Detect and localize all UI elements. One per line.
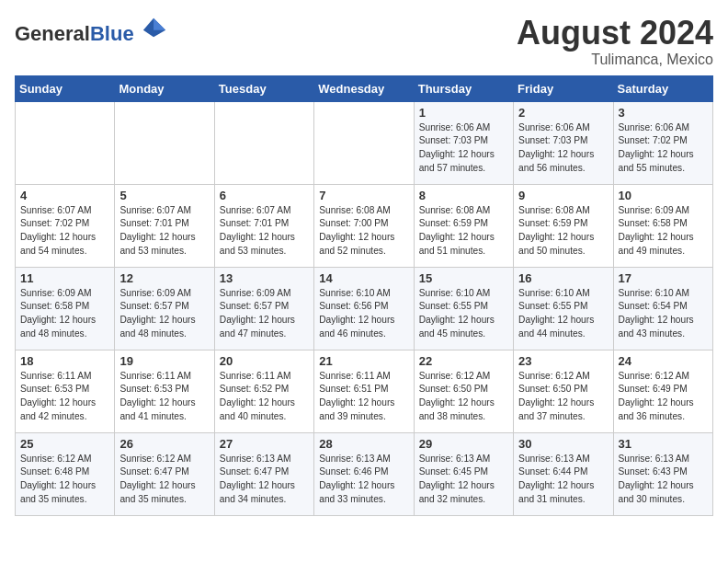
calendar-cell: 17Sunrise: 6:10 AM Sunset: 6:54 PM Dayli… <box>613 267 712 350</box>
calendar-cell: 2Sunrise: 6:06 AM Sunset: 7:03 PM Daylig… <box>514 101 613 184</box>
day-info: Sunrise: 6:08 AM Sunset: 6:59 PM Dayligh… <box>419 204 508 259</box>
day-info: Sunrise: 6:11 AM Sunset: 6:52 PM Dayligh… <box>220 370 309 424</box>
day-info: Sunrise: 6:07 AM Sunset: 7:02 PM Dayligh… <box>20 204 109 259</box>
calendar-week-row: 4Sunrise: 6:07 AM Sunset: 7:02 PM Daylig… <box>16 184 713 267</box>
day-number: 27 <box>220 437 309 451</box>
location-subtitle: Tulimanca, Mexico <box>517 52 713 68</box>
day-number: 30 <box>518 437 608 451</box>
day-number: 13 <box>220 271 309 285</box>
weekday-header-tuesday: Tuesday <box>214 75 313 101</box>
calendar-cell: 16Sunrise: 6:10 AM Sunset: 6:55 PM Dayli… <box>514 267 613 350</box>
day-info: Sunrise: 6:06 AM Sunset: 7:03 PM Dayligh… <box>518 121 608 176</box>
calendar-cell <box>16 101 115 184</box>
day-number: 28 <box>319 437 408 451</box>
day-info: Sunrise: 6:10 AM Sunset: 6:56 PM Dayligh… <box>319 287 408 341</box>
day-info: Sunrise: 6:12 AM Sunset: 6:49 PM Dayligh… <box>619 370 708 424</box>
calendar-body: 1Sunrise: 6:06 AM Sunset: 7:03 PM Daylig… <box>16 101 713 515</box>
day-info: Sunrise: 6:10 AM Sunset: 6:54 PM Dayligh… <box>619 287 708 341</box>
day-info: Sunrise: 6:10 AM Sunset: 6:55 PM Dayligh… <box>518 287 608 341</box>
day-number: 29 <box>419 437 508 451</box>
calendar-cell: 26Sunrise: 6:12 AM Sunset: 6:47 PM Dayli… <box>115 432 214 515</box>
day-info: Sunrise: 6:12 AM Sunset: 6:48 PM Dayligh… <box>20 453 109 507</box>
weekday-header-wednesday: Wednesday <box>314 75 414 101</box>
page-header: GeneralBlue August 2024 Tulimanca, Mexic… <box>15 15 713 68</box>
day-info: Sunrise: 6:13 AM Sunset: 6:43 PM Dayligh… <box>619 453 708 507</box>
calendar-cell: 12Sunrise: 6:09 AM Sunset: 6:57 PM Dayli… <box>115 267 214 350</box>
day-number: 22 <box>419 354 508 368</box>
calendar-cell: 23Sunrise: 6:12 AM Sunset: 6:50 PM Dayli… <box>514 350 613 432</box>
calendar-cell <box>314 101 414 184</box>
title-block: August 2024 Tulimanca, Mexico <box>517 15 713 68</box>
day-number: 6 <box>220 189 309 202</box>
calendar-cell: 30Sunrise: 6:13 AM Sunset: 6:44 PM Dayli… <box>514 432 613 515</box>
calendar-table: SundayMondayTuesdayWednesdayThursdayFrid… <box>15 75 713 516</box>
calendar-cell: 14Sunrise: 6:10 AM Sunset: 6:56 PM Dayli… <box>314 267 414 350</box>
svg-marker-1 <box>154 18 165 30</box>
day-info: Sunrise: 6:13 AM Sunset: 6:44 PM Dayligh… <box>518 453 608 507</box>
calendar-cell: 15Sunrise: 6:10 AM Sunset: 6:55 PM Dayli… <box>414 267 513 350</box>
day-info: Sunrise: 6:13 AM Sunset: 6:45 PM Dayligh… <box>419 453 508 507</box>
weekday-header-thursday: Thursday <box>414 75 513 101</box>
day-number: 7 <box>319 189 408 202</box>
calendar-cell: 4Sunrise: 6:07 AM Sunset: 7:02 PM Daylig… <box>16 184 115 267</box>
calendar-cell: 27Sunrise: 6:13 AM Sunset: 6:47 PM Dayli… <box>214 432 313 515</box>
calendar-week-row: 1Sunrise: 6:06 AM Sunset: 7:03 PM Daylig… <box>16 101 713 184</box>
calendar-cell: 7Sunrise: 6:08 AM Sunset: 7:00 PM Daylig… <box>314 184 414 267</box>
day-number: 18 <box>20 354 109 368</box>
calendar-cell: 8Sunrise: 6:08 AM Sunset: 6:59 PM Daylig… <box>414 184 513 267</box>
day-number: 24 <box>619 354 708 368</box>
day-info: Sunrise: 6:06 AM Sunset: 7:02 PM Dayligh… <box>619 121 708 176</box>
day-info: Sunrise: 6:07 AM Sunset: 7:01 PM Dayligh… <box>220 204 309 259</box>
calendar-cell: 24Sunrise: 6:12 AM Sunset: 6:49 PM Dayli… <box>613 350 712 432</box>
weekday-header-saturday: Saturday <box>613 75 712 101</box>
calendar-cell: 31Sunrise: 6:13 AM Sunset: 6:43 PM Dayli… <box>613 432 712 515</box>
logo-general-text: General <box>15 22 90 45</box>
day-info: Sunrise: 6:12 AM Sunset: 6:47 PM Dayligh… <box>119 453 209 507</box>
day-info: Sunrise: 6:09 AM Sunset: 6:57 PM Dayligh… <box>220 287 309 341</box>
day-number: 12 <box>119 271 209 285</box>
day-number: 2 <box>518 106 608 120</box>
calendar-week-row: 18Sunrise: 6:11 AM Sunset: 6:53 PM Dayli… <box>16 350 713 432</box>
calendar-cell: 22Sunrise: 6:12 AM Sunset: 6:50 PM Dayli… <box>414 350 513 432</box>
calendar-week-row: 11Sunrise: 6:09 AM Sunset: 6:58 PM Dayli… <box>16 267 713 350</box>
calendar-cell: 18Sunrise: 6:11 AM Sunset: 6:53 PM Dayli… <box>16 350 115 432</box>
calendar-cell: 6Sunrise: 6:07 AM Sunset: 7:01 PM Daylig… <box>214 184 313 267</box>
day-info: Sunrise: 6:12 AM Sunset: 6:50 PM Dayligh… <box>518 370 608 424</box>
day-info: Sunrise: 6:11 AM Sunset: 6:53 PM Dayligh… <box>20 370 109 424</box>
day-info: Sunrise: 6:10 AM Sunset: 6:55 PM Dayligh… <box>419 287 508 341</box>
day-info: Sunrise: 6:12 AM Sunset: 6:50 PM Dayligh… <box>419 370 508 424</box>
day-number: 15 <box>419 271 508 285</box>
weekday-header-friday: Friday <box>514 75 613 101</box>
day-number: 26 <box>119 437 209 451</box>
calendar-cell: 25Sunrise: 6:12 AM Sunset: 6:48 PM Dayli… <box>16 432 115 515</box>
calendar-cell: 13Sunrise: 6:09 AM Sunset: 6:57 PM Dayli… <box>214 267 313 350</box>
day-number: 1 <box>419 106 508 120</box>
day-info: Sunrise: 6:09 AM Sunset: 6:57 PM Dayligh… <box>119 287 209 341</box>
day-info: Sunrise: 6:07 AM Sunset: 7:01 PM Dayligh… <box>119 204 209 259</box>
calendar-cell: 19Sunrise: 6:11 AM Sunset: 6:53 PM Dayli… <box>115 350 214 432</box>
calendar-cell: 20Sunrise: 6:11 AM Sunset: 6:52 PM Dayli… <box>214 350 313 432</box>
calendar-cell: 1Sunrise: 6:06 AM Sunset: 7:03 PM Daylig… <box>414 101 513 184</box>
day-number: 10 <box>619 189 708 202</box>
calendar-cell: 10Sunrise: 6:09 AM Sunset: 6:58 PM Dayli… <box>613 184 712 267</box>
calendar-cell: 28Sunrise: 6:13 AM Sunset: 6:46 PM Dayli… <box>314 432 414 515</box>
day-info: Sunrise: 6:06 AM Sunset: 7:03 PM Dayligh… <box>419 121 508 176</box>
day-number: 21 <box>319 354 408 368</box>
calendar-cell: 11Sunrise: 6:09 AM Sunset: 6:58 PM Dayli… <box>16 267 115 350</box>
logo-blue-text: Blue <box>90 22 134 45</box>
day-info: Sunrise: 6:13 AM Sunset: 6:46 PM Dayligh… <box>319 453 408 507</box>
day-info: Sunrise: 6:11 AM Sunset: 6:53 PM Dayligh… <box>119 370 209 424</box>
day-info: Sunrise: 6:11 AM Sunset: 6:51 PM Dayligh… <box>319 370 408 424</box>
day-number: 19 <box>119 354 209 368</box>
day-number: 3 <box>619 106 708 120</box>
calendar-cell: 29Sunrise: 6:13 AM Sunset: 6:45 PM Dayli… <box>414 432 513 515</box>
day-info: Sunrise: 6:08 AM Sunset: 6:59 PM Dayligh… <box>518 204 608 259</box>
day-number: 8 <box>419 189 508 202</box>
day-info: Sunrise: 6:13 AM Sunset: 6:47 PM Dayligh… <box>220 453 309 507</box>
calendar-cell <box>115 101 214 184</box>
calendar-cell: 3Sunrise: 6:06 AM Sunset: 7:02 PM Daylig… <box>613 101 712 184</box>
calendar-week-row: 25Sunrise: 6:12 AM Sunset: 6:48 PM Dayli… <box>16 432 713 515</box>
day-info: Sunrise: 6:09 AM Sunset: 6:58 PM Dayligh… <box>619 204 708 259</box>
month-year-title: August 2024 <box>517 15 713 52</box>
day-info: Sunrise: 6:08 AM Sunset: 7:00 PM Dayligh… <box>319 204 408 259</box>
